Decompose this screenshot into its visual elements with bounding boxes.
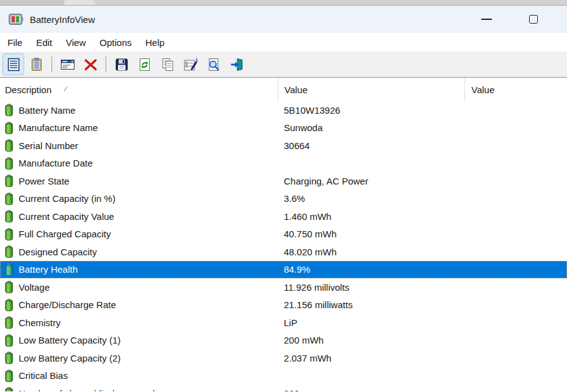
list-item[interactable]: Battery Health84.9% bbox=[0, 261, 567, 279]
menu-options[interactable]: Options bbox=[93, 35, 138, 50]
maximize-icon bbox=[529, 15, 538, 24]
list-item[interactable]: Voltage11.926 millivolts bbox=[0, 278, 567, 296]
row-description-cell: Designed Capacity bbox=[0, 243, 278, 261]
row-description-cell: Critical Bias bbox=[0, 367, 278, 385]
properties-button[interactable]: 1 bbox=[179, 53, 201, 75]
row-description-cell: Battery Name bbox=[0, 101, 278, 119]
row-description: Manufacture Date bbox=[19, 158, 93, 168]
row-description: Low Battery Capacity (2) bbox=[19, 353, 120, 363]
row-value-2 bbox=[465, 243, 567, 261]
battery-icon bbox=[5, 334, 13, 347]
advanced-options-button[interactable] bbox=[57, 53, 78, 75]
list-item[interactable]: Power StateCharging, AC Power bbox=[0, 172, 567, 190]
column-header-label: Description bbox=[5, 84, 52, 95]
row-description-cell: Chemistry bbox=[0, 314, 278, 332]
row-description: Number of charge/discharge cycles bbox=[19, 388, 165, 391]
list-item[interactable]: Battery Name5B10W13926 bbox=[0, 101, 567, 119]
battery-icon bbox=[5, 157, 13, 170]
row-description: Battery Health bbox=[19, 264, 78, 275]
battery-icon bbox=[5, 245, 13, 258]
column-header-description[interactable]: Description ∕ bbox=[0, 78, 278, 101]
list-item[interactable]: Serial Number30664 bbox=[0, 137, 567, 155]
save-icon bbox=[114, 57, 129, 72]
row-value: 3.6% bbox=[278, 190, 465, 208]
row-value bbox=[278, 155, 465, 173]
row-description: Designed Capacity bbox=[19, 247, 97, 257]
log-view-button[interactable] bbox=[25, 53, 47, 75]
row-value: Charging, AC Power bbox=[278, 172, 465, 190]
row-value-2 bbox=[465, 207, 567, 226]
battery-icon bbox=[5, 263, 13, 276]
column-header-value-2[interactable]: Value bbox=[465, 78, 567, 101]
battery-icon bbox=[5, 122, 13, 134]
properties-icon: 1 bbox=[183, 57, 199, 72]
row-value: 11.926 millivolts bbox=[278, 278, 465, 296]
list-item[interactable]: ChemistryLiP bbox=[0, 314, 567, 332]
row-description-cell: Full Charged Capacity bbox=[0, 226, 278, 244]
report-view-button[interactable] bbox=[2, 53, 24, 75]
battery-icon bbox=[5, 316, 13, 329]
minimize-button[interactable] bbox=[472, 6, 501, 33]
battery-info-list: Battery Name5B10W13926Manufacture NameSu… bbox=[0, 101, 567, 391]
row-value: 48.020 mWh bbox=[278, 243, 465, 261]
column-headers: Description ∕ Value Value bbox=[0, 78, 567, 101]
row-description-cell: Current Capacity Value bbox=[0, 207, 278, 226]
list-item[interactable]: Number of charge/discharge cycles368 bbox=[0, 385, 567, 391]
row-value: LiP bbox=[278, 314, 465, 332]
row-value: 1.460 mWh bbox=[278, 207, 465, 226]
find-button[interactable] bbox=[202, 53, 224, 75]
menu-help[interactable]: Help bbox=[138, 35, 171, 50]
menu-view[interactable]: View bbox=[59, 35, 93, 50]
row-description-cell: Number of charge/discharge cycles bbox=[0, 385, 278, 391]
list-item[interactable]: Low Battery Capacity (1)200 mWh bbox=[0, 332, 567, 350]
row-description: Chemistry bbox=[19, 317, 61, 328]
menu-edit[interactable]: Edit bbox=[29, 35, 59, 50]
batteryinfoview-window: BatteryInfoView File Edit View Options H… bbox=[0, 0, 567, 392]
row-value-2 bbox=[465, 261, 567, 279]
row-description-cell: Low Battery Capacity (1) bbox=[0, 332, 278, 350]
menu-bar: File Edit View Options Help bbox=[0, 33, 567, 52]
log-view-icon bbox=[29, 57, 44, 72]
background-window-tab bbox=[64, 0, 95, 5]
row-value: 30664 bbox=[278, 137, 465, 155]
refresh-button[interactable] bbox=[134, 53, 155, 75]
row-description-cell: Charge/Discharge Rate bbox=[0, 296, 278, 314]
minimize-icon bbox=[481, 19, 492, 20]
save-button[interactable] bbox=[111, 53, 132, 75]
list-item[interactable]: Charge/Discharge Rate21.156 milliwatts bbox=[0, 296, 567, 314]
copy-button[interactable] bbox=[156, 53, 178, 75]
battery-icon bbox=[5, 370, 13, 382]
background-window-edge bbox=[0, 0, 567, 6]
background-window-corner bbox=[0, 0, 64, 5]
delete-button[interactable] bbox=[79, 53, 101, 75]
row-value: 21.156 milliwatts bbox=[278, 296, 465, 314]
column-header-label: Value bbox=[471, 84, 494, 95]
battery-icon bbox=[5, 352, 13, 364]
exit-button[interactable] bbox=[225, 53, 247, 75]
row-value: 40.750 mWh bbox=[278, 226, 465, 244]
column-header-value-1[interactable]: Value bbox=[278, 78, 465, 101]
row-description: Charge/Discharge Rate bbox=[19, 299, 116, 310]
app-battery-icon bbox=[9, 13, 24, 25]
maximize-button[interactable] bbox=[519, 6, 548, 33]
menu-file[interactable]: File bbox=[5, 35, 29, 50]
list-item[interactable]: Designed Capacity48.020 mWh bbox=[0, 243, 567, 261]
list-item[interactable]: Current Capacity (in %)3.6% bbox=[0, 190, 567, 208]
row-value: 2.037 mWh bbox=[278, 349, 465, 367]
row-value-2 bbox=[465, 349, 567, 367]
list-item[interactable]: Full Charged Capacity40.750 mWh bbox=[0, 226, 567, 244]
list-item[interactable]: Critical Bias bbox=[0, 367, 567, 385]
row-value: 84.9% bbox=[278, 261, 465, 279]
delete-icon bbox=[83, 57, 98, 72]
battery-icon bbox=[5, 281, 13, 293]
row-description-cell: Current Capacity (in %) bbox=[0, 190, 278, 208]
row-value-2 bbox=[465, 155, 567, 173]
refresh-icon bbox=[137, 57, 152, 72]
row-value-2 bbox=[465, 172, 567, 190]
list-item[interactable]: Current Capacity Value1.460 mWh bbox=[0, 207, 567, 226]
advanced-options-icon bbox=[60, 57, 76, 72]
list-item[interactable]: Low Battery Capacity (2)2.037 mWh bbox=[0, 349, 567, 367]
list-item[interactable]: Manufacture Date bbox=[0, 155, 567, 173]
list-item[interactable]: Manufacture NameSunwoda bbox=[0, 119, 567, 137]
row-value-2 bbox=[465, 314, 567, 332]
